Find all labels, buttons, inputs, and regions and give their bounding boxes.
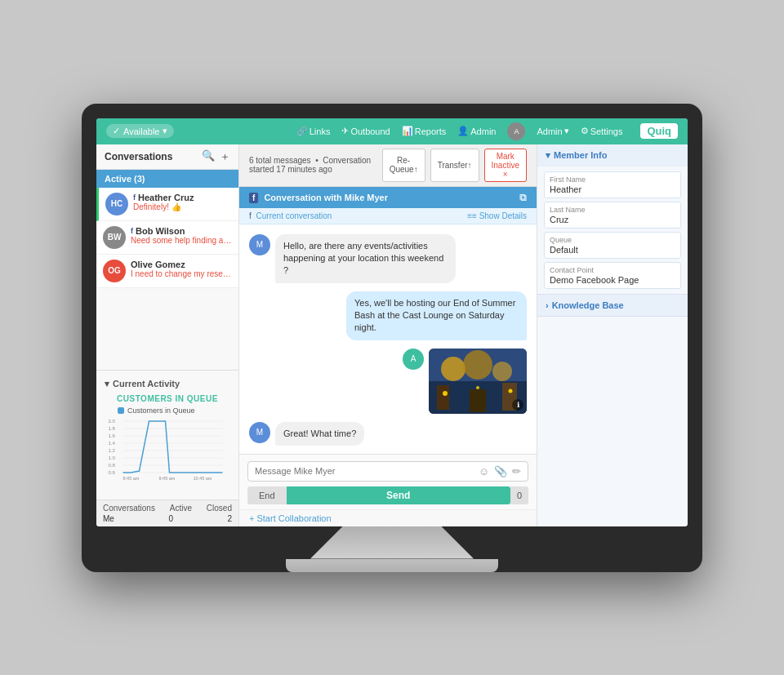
avatar: A [507, 122, 525, 140]
svg-text:8:45 am: 8:45 am [123, 476, 140, 481]
sidebar: Conversations 🔍 ＋ Active (3) HC [96, 144, 239, 526]
msg-avatar-4: M [249, 422, 270, 443]
chart-svg: 2.0 1.8 1.6 1.4 1.2 1.0 0.8 0.6 [101, 416, 234, 486]
check-icon: ✓ [113, 126, 120, 136]
settings-label: Settings [590, 127, 623, 136]
conv-footer: Conversations Active Closed Me 0 2 [96, 500, 238, 526]
conv-info-olive: Olive Gomez I need to change my reservat… [131, 260, 232, 278]
conv-item-olive[interactable]: OG Olive Gomez I need to change my reser… [96, 255, 238, 288]
avatar-heather: HC [105, 193, 128, 215]
chat-top-bar: 6 total messages • Conversation started … [239, 144, 537, 187]
links-nav[interactable]: 🔗 Links [296, 126, 331, 136]
info-badge: ℹ [512, 399, 523, 411]
reports-label: Reports [415, 127, 447, 136]
field-last-name: Last Name Cruz [544, 202, 681, 229]
conv-info-heather: f Heather Cruz Definitely! 👍 [133, 193, 232, 211]
mini-chart: Customers in Queue 2.0 1.8 1.6 1.4 1.2 [96, 405, 238, 495]
messages-area: M Hello, are there any events/activities… [239, 224, 537, 454]
message-input[interactable] [255, 466, 479, 476]
conv-preview-bob: Need some help finding a room [131, 236, 232, 245]
end-button[interactable]: End [247, 486, 287, 504]
outbound-nav[interactable]: ✈ Outbound [341, 126, 390, 136]
reports-icon: 📊 [402, 126, 413, 136]
field-contact-point: Contact Point Demo Facebook Page [544, 262, 681, 289]
conv-name-bob: f Bob Wilson [131, 226, 232, 236]
show-details-button[interactable]: ≡≡ Show Details [467, 211, 527, 220]
chevron-icon: ▾ [564, 126, 569, 136]
content-area: Conversations 🔍 ＋ Active (3) HC [96, 144, 688, 526]
collab-bar[interactable]: + Start Collaboration [239, 509, 537, 526]
field-queue: Queue Default [544, 232, 681, 259]
member-info-section: ▾ Member Info First Name Heather Last Na… [537, 144, 688, 295]
fb-icon: f [133, 193, 136, 202]
add-icon[interactable]: ＋ [220, 149, 230, 164]
transfer-button[interactable]: Transfer↑ [430, 149, 479, 182]
outbound-icon: ✈ [341, 126, 349, 136]
msg-bubble-2: Yes, we'll be hosting our End of Summer … [346, 291, 527, 340]
link-icon: 🔗 [296, 126, 308, 136]
msg-row-2: Yes, we'll be hosting our End of Summer … [249, 291, 527, 340]
avatar-olive: OG [103, 260, 126, 282]
svg-text:1.8: 1.8 [109, 426, 116, 431]
collab-label: + Start Collaboration [249, 513, 332, 523]
msg-avatar-agent: A [403, 349, 424, 370]
queue-value: Default [550, 245, 675, 255]
svg-text:0.8: 0.8 [109, 463, 116, 468]
chart-legend: Customers in Queue [118, 406, 234, 415]
top-nav-left: ✓ Available ▾ [106, 124, 174, 138]
msg-image-container: ℹ [429, 349, 527, 414]
active-tab-label: Active (3) [105, 174, 145, 184]
contact-point-label: Contact Point [550, 266, 675, 274]
footer-conv-label: Conversations [103, 504, 155, 513]
svg-point-27 [443, 391, 448, 396]
avatar-bob: BW [103, 226, 126, 249]
admin-user-label: Admin [537, 127, 562, 136]
knowledge-base-section: › Knowledge Base [537, 295, 688, 317]
fb-chat-icon: f [249, 193, 258, 203]
monitor-shell: ✓ Available ▾ 🔗 Links ✈ Outbound [82, 104, 702, 572]
active-tab[interactable]: Active (3) [96, 170, 238, 188]
legend-dot [118, 407, 124, 414]
copy-icon[interactable]: ⧉ [519, 192, 527, 203]
attachment-icon[interactable]: 📎 [494, 465, 507, 477]
conv-item-bob[interactable]: BW f Bob Wilson Need some help finding a… [96, 221, 238, 255]
send-button[interactable]: Send [287, 486, 510, 504]
first-name-label: First Name [550, 175, 675, 184]
member-info-label: Member Info [554, 150, 607, 160]
conv-preview-heather: Definitely! 👍 [133, 202, 232, 211]
sidebar-title: Conversations [105, 151, 172, 162]
brand-logo: Quiq [640, 123, 678, 139]
last-name-label: Last Name [550, 206, 675, 214]
emoji-icon[interactable]: ☺ [479, 465, 489, 477]
kb-header[interactable]: › Knowledge Base [537, 295, 688, 316]
chevron-right-icon: › [546, 300, 549, 310]
mark-inactive-button[interactable]: Mark Inactive × [484, 149, 527, 182]
app: ✓ Available ▾ 🔗 Links ✈ Outbound [96, 118, 688, 526]
fb-sub-icon: f [249, 211, 252, 220]
queue-label-field: Queue [550, 236, 675, 244]
footer-closed-count: 2 [227, 514, 232, 523]
member-info-header[interactable]: ▾ Member Info [537, 144, 688, 167]
admin-nav[interactable]: 👤 Admin [457, 126, 496, 136]
conv-footer-header: Conversations Active Closed [103, 504, 232, 514]
last-name-value: Cruz [550, 215, 675, 224]
chat-top-bar-info: 6 total messages • Conversation started … [249, 156, 382, 174]
activity-header[interactable]: ▾ Current Activity [96, 375, 238, 393]
conv-item-heather[interactable]: HC f Heather Cruz Definitely! 👍 [96, 188, 238, 221]
requeue-button[interactable]: Re-Queue↑ [382, 149, 425, 182]
messages-count: 6 total messages [249, 156, 311, 165]
reports-nav[interactable]: 📊 Reports [402, 126, 447, 136]
chat-subheader: f Current conversation ≡≡ Show Details [239, 208, 537, 224]
edit-icon[interactable]: ✏ [512, 465, 521, 477]
search-icon[interactable]: 🔍 [202, 149, 215, 164]
msg-bubble-4: Great! What time? [275, 422, 364, 446]
admin-icon: 👤 [457, 126, 469, 136]
conv-preview-olive: I need to change my reservation [131, 269, 232, 278]
availability-badge[interactable]: ✓ Available ▾ [106, 124, 174, 138]
admin-user-nav[interactable]: Admin ▾ [537, 126, 568, 136]
chat-header-title: f Conversation with Mike Myer [249, 193, 388, 202]
monitor-base [286, 559, 498, 572]
settings-nav[interactable]: ⚙ Settings [581, 126, 623, 136]
chat-top-bar-actions: Re-Queue↑ Transfer↑ Mark Inactive × [382, 149, 527, 182]
links-label: Links [310, 127, 331, 136]
